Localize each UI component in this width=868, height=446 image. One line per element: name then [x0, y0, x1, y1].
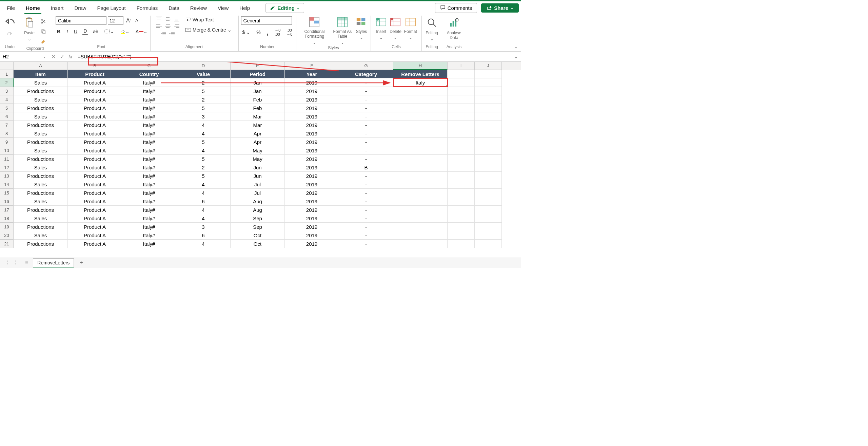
cell[interactable]: Italy#: [122, 146, 176, 155]
cell[interactable]: [448, 87, 475, 95]
cell[interactable]: 3: [176, 112, 231, 121]
cell[interactable]: Period: [231, 70, 285, 78]
cell[interactable]: 2019: [285, 240, 339, 248]
redo-button[interactable]: [4, 31, 15, 38]
cell[interactable]: Italy#: [122, 163, 176, 172]
cell[interactable]: 2019: [285, 231, 339, 240]
row-header[interactable]: 7: [0, 121, 14, 129]
cell[interactable]: [475, 223, 502, 231]
collapse-ribbon-button[interactable]: ⌃: [514, 46, 518, 52]
cell[interactable]: [475, 206, 502, 214]
shrink-font-button[interactable]: Aˇ: [134, 17, 140, 24]
cell[interactable]: Product A: [68, 189, 122, 197]
row-header[interactable]: 6: [0, 112, 14, 121]
cell[interactable]: Product A: [68, 129, 122, 138]
row-header[interactable]: 14: [0, 180, 14, 189]
cell[interactable]: [475, 214, 502, 223]
cell[interactable]: Italy#: [122, 155, 176, 163]
cell[interactable]: May: [231, 155, 285, 163]
cell[interactable]: Italy#: [122, 214, 176, 223]
sheet-list-button[interactable]: ≡: [24, 259, 29, 266]
cell[interactable]: Italy#: [122, 87, 176, 95]
cell[interactable]: Value: [176, 70, 231, 78]
cell[interactable]: Sales: [14, 163, 68, 172]
share-button[interactable]: Share ⌄: [481, 3, 519, 13]
percent-button[interactable]: %: [255, 29, 262, 36]
cell[interactable]: 5: [176, 87, 231, 95]
cell[interactable]: -: [339, 231, 393, 240]
sheet-prev-button[interactable]: 〈: [2, 259, 10, 266]
cell[interactable]: -: [339, 121, 393, 129]
cell[interactable]: Product A: [68, 138, 122, 146]
cell[interactable]: 4: [176, 214, 231, 223]
cell[interactable]: [393, 240, 448, 248]
cell[interactable]: Productions: [14, 240, 68, 248]
cell[interactable]: 2019: [285, 95, 339, 104]
row-header[interactable]: 1: [0, 70, 14, 78]
increase-decimal-button[interactable]: ←0.00: [273, 27, 282, 37]
cell[interactable]: Italy#: [122, 231, 176, 240]
cell-styles-button[interactable]: Styles⌄: [356, 16, 367, 40]
cell[interactable]: 2019: [285, 163, 339, 172]
cell[interactable]: [393, 231, 448, 240]
cell[interactable]: -: [339, 95, 393, 104]
menu-review[interactable]: Review: [185, 3, 212, 13]
menu-page-layout[interactable]: Page Layout: [92, 3, 130, 13]
cell[interactable]: Italy#: [122, 180, 176, 189]
cell[interactable]: 2: [176, 78, 231, 87]
cell[interactable]: -: [339, 189, 393, 197]
row-header[interactable]: 16: [0, 197, 14, 206]
align-bottom-icon[interactable]: [174, 16, 180, 22]
cell[interactable]: Sales: [14, 95, 68, 104]
fill-color-button[interactable]: ⌄: [119, 28, 131, 35]
cell[interactable]: Product A: [68, 214, 122, 223]
row-header[interactable]: 10: [0, 146, 14, 155]
menu-insert[interactable]: Insert: [46, 3, 68, 13]
cell[interactable]: 2019: [285, 189, 339, 197]
cell[interactable]: 5: [176, 155, 231, 163]
cell[interactable]: 2019: [285, 138, 339, 146]
cell[interactable]: 4: [176, 206, 231, 214]
cell[interactable]: Italy#: [122, 138, 176, 146]
cell[interactable]: Italy#: [122, 240, 176, 248]
row-header[interactable]: 5: [0, 104, 14, 112]
cell[interactable]: [475, 172, 502, 180]
cell[interactable]: Italy#: [122, 78, 176, 87]
cell[interactable]: [475, 112, 502, 121]
cell[interactable]: Mar: [231, 112, 285, 121]
cell[interactable]: [475, 189, 502, 197]
cell[interactable]: [448, 206, 475, 214]
cell[interactable]: [475, 78, 502, 87]
cancel-formula-button[interactable]: ✕: [52, 54, 56, 60]
cell[interactable]: [448, 197, 475, 206]
cell[interactable]: [448, 189, 475, 197]
cell[interactable]: [448, 70, 475, 78]
cell[interactable]: Apr: [231, 129, 285, 138]
grow-font-button[interactable]: A^: [125, 17, 133, 24]
cell[interactable]: [475, 121, 502, 129]
cell[interactable]: [448, 78, 475, 87]
row-header[interactable]: 20: [0, 231, 14, 240]
cell[interactable]: Aug: [231, 206, 285, 214]
cell[interactable]: Product A: [68, 172, 122, 180]
cell[interactable]: [448, 214, 475, 223]
cell[interactable]: [448, 129, 475, 138]
underline-button[interactable]: U: [73, 28, 79, 35]
cell[interactable]: Productions: [14, 172, 68, 180]
cut-button[interactable]: [39, 18, 48, 25]
menu-file[interactable]: File: [2, 3, 20, 13]
cell[interactable]: [393, 146, 448, 155]
column-header-J[interactable]: J: [475, 62, 502, 70]
cell[interactable]: -: [339, 223, 393, 231]
cell[interactable]: [475, 129, 502, 138]
cell[interactable]: [475, 104, 502, 112]
cell[interactable]: Oct: [231, 231, 285, 240]
cell[interactable]: Item: [14, 70, 68, 78]
cell[interactable]: Italy#: [122, 189, 176, 197]
cell[interactable]: [448, 231, 475, 240]
cell[interactable]: [448, 163, 475, 172]
cell[interactable]: [475, 70, 502, 78]
editing-find-button[interactable]: [425, 16, 439, 29]
formula-input[interactable]: =SUBSTITUTE(C2;"#";""): [76, 54, 511, 59]
font-color-button[interactable]: A⌄: [134, 28, 149, 35]
